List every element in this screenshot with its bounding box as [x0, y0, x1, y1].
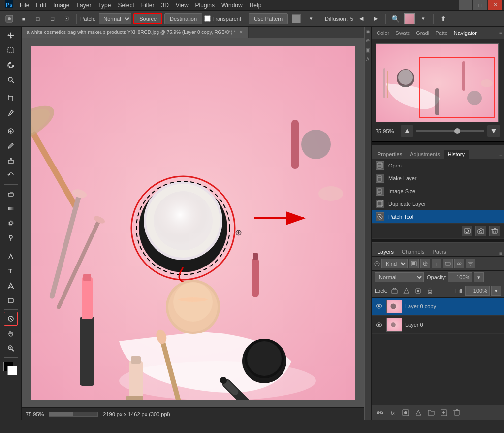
history-item-duplicate-layer[interactable]: Duplicate Layer — [372, 198, 504, 210]
tab-patterns[interactable]: Patte — [432, 29, 451, 37]
layer-item-0-copy[interactable]: Layer 0 copy — [372, 298, 504, 316]
lock-position-btn[interactable] — [401, 286, 411, 296]
move-tool[interactable] — [4, 29, 18, 42]
tab-color[interactable]: Color — [374, 29, 392, 37]
layer-delete-btn[interactable] — [451, 407, 462, 418]
clone-tool[interactable] — [4, 154, 18, 167]
history-item-make-layer[interactable]: Make Layer — [372, 172, 504, 185]
menu-layer[interactable]: Layer — [73, 1, 94, 10]
opacity-input[interactable] — [448, 272, 472, 282]
fill-dropdown-btn[interactable]: ▾ — [491, 286, 501, 296]
tab-properties[interactable]: Properties — [374, 150, 406, 159]
eyedropper-tool[interactable] — [4, 106, 18, 120]
menu-edit[interactable]: Edit — [33, 1, 49, 10]
canvas-container[interactable]: ⊕ — [22, 38, 364, 407]
layer-mask-btn[interactable] — [400, 407, 411, 418]
shape-tool[interactable] — [4, 294, 18, 307]
tab-paths[interactable]: Paths — [429, 247, 450, 256]
menu-image[interactable]: Image — [50, 1, 72, 10]
maximize-button[interactable]: □ — [473, 0, 487, 10]
use-pattern-button[interactable]: Use Pattern — [249, 13, 288, 24]
path-select-tool[interactable] — [4, 279, 18, 293]
layer-eye-0[interactable] — [375, 320, 383, 329]
diffusion-increase-btn[interactable]: ▶ — [369, 13, 382, 25]
divider-icon-3[interactable]: ▣ — [366, 47, 370, 53]
crop-tool[interactable] — [4, 91, 18, 105]
layer-group-btn[interactable] — [426, 407, 437, 418]
tab-navigator[interactable]: Navigator — [451, 29, 480, 37]
layer-extra-filter-btn[interactable] — [466, 259, 475, 268]
lasso-tool[interactable] — [4, 58, 18, 72]
layer-smart-filter-btn[interactable] — [454, 259, 464, 268]
tab-layers[interactable]: Layers — [374, 247, 398, 256]
menu-select[interactable]: Select — [115, 1, 137, 10]
search-icon-btn[interactable]: 🔍 — [389, 13, 402, 25]
quick-select-tool[interactable] — [4, 73, 18, 87]
fill-input[interactable] — [465, 286, 490, 296]
divider-icon-2[interactable]: ⊕ — [366, 38, 370, 43]
lock-artboard-btn[interactable] — [413, 286, 423, 296]
pen-tool[interactable] — [4, 249, 18, 263]
menu-filter[interactable]: Filter — [138, 1, 158, 10]
navigator-zoom-slider[interactable] — [416, 130, 484, 132]
history-brush-tool[interactable] — [4, 168, 18, 182]
menu-ps[interactable]: Ps — [2, 0, 16, 11]
eraser-tool[interactable] — [4, 187, 18, 200]
layer-item-0[interactable]: Layer 0 — [372, 316, 504, 334]
layer-new-btn[interactable] — [439, 407, 449, 418]
gradient-tool[interactable] — [4, 201, 18, 215]
brush-size-btn[interactable]: ■ — [17, 13, 30, 25]
tool-preset-btn[interactable] — [3, 13, 16, 25]
color-swatch[interactable] — [404, 13, 415, 24]
zoom-tool[interactable] — [4, 341, 18, 355]
layer-shape-filter-btn[interactable] — [443, 259, 453, 268]
hand-tool[interactable] — [4, 327, 18, 340]
tab-swatches[interactable]: Swatc — [392, 29, 413, 37]
destination-button[interactable]: Destination — [164, 13, 202, 24]
brush-shape-btn[interactable]: ◻ — [46, 13, 59, 25]
healing-tool[interactable] — [4, 124, 18, 138]
menu-window[interactable]: Window — [219, 1, 246, 10]
history-item-patch-tool[interactable]: Patch Tool — [372, 210, 504, 223]
layers-panel-expand[interactable]: ≡ — [499, 251, 502, 256]
lock-all-btn[interactable] — [425, 286, 435, 296]
layer-adjustment-filter-btn[interactable] — [420, 259, 430, 268]
layer-pixel-filter-btn[interactable] — [409, 259, 419, 268]
pattern-swatch-btn[interactable] — [290, 13, 303, 25]
lock-pixels-btn[interactable] — [389, 286, 399, 296]
document-tab-close[interactable]: ✕ — [239, 29, 243, 35]
layers-blend-mode[interactable]: Normal — [375, 272, 424, 282]
patch-tool[interactable] — [4, 312, 18, 326]
blur-tool[interactable] — [4, 216, 18, 230]
document-tab[interactable]: a-white-cosmetics-bag-with-makeup-produc… — [22, 27, 249, 38]
panel-expand-icon[interactable]: ≡ — [499, 30, 502, 35]
background-color[interactable] — [7, 366, 17, 375]
opacity-dropdown-btn[interactable]: ▾ — [474, 272, 484, 282]
transparent-checkbox[interactable]: Transparent — [204, 15, 241, 22]
history-new-snapshot-btn[interactable] — [462, 226, 472, 236]
history-panel-expand[interactable]: ≡ — [499, 153, 502, 159]
menu-help[interactable]: Help — [247, 1, 265, 10]
divider-icon-4[interactable]: A — [366, 57, 370, 62]
menu-plugins[interactable]: Plugins — [192, 1, 218, 10]
source-button[interactable]: Source — [133, 13, 162, 24]
swatch-dropdown-btn[interactable]: ▾ — [417, 13, 430, 25]
layer-type-filter-btn[interactable]: T — [432, 259, 441, 268]
link-layers-btn[interactable] — [375, 407, 385, 418]
menu-3d[interactable]: 3D — [158, 1, 171, 10]
blend-mode-select[interactable]: Normal — [99, 13, 131, 24]
tab-history[interactable]: History — [444, 150, 469, 159]
layer-eye-0-copy[interactable] — [375, 302, 383, 311]
menu-view[interactable]: View — [173, 1, 191, 10]
rect-select-tool[interactable] — [4, 43, 18, 57]
history-delete-btn[interactable] — [489, 226, 500, 236]
history-item-open[interactable]: Open — [372, 159, 504, 172]
share-btn[interactable]: ⬆ — [437, 13, 450, 25]
navigator-preview[interactable] — [376, 43, 499, 122]
history-camera-btn[interactable] — [475, 226, 486, 236]
zoom-in-btn[interactable] — [487, 125, 500, 137]
divider-icon-1[interactable]: ◉ — [366, 29, 370, 34]
brush-tool[interactable] — [4, 139, 18, 153]
menu-file[interactable]: File — [17, 1, 32, 10]
tab-channels[interactable]: Channels — [398, 247, 428, 256]
